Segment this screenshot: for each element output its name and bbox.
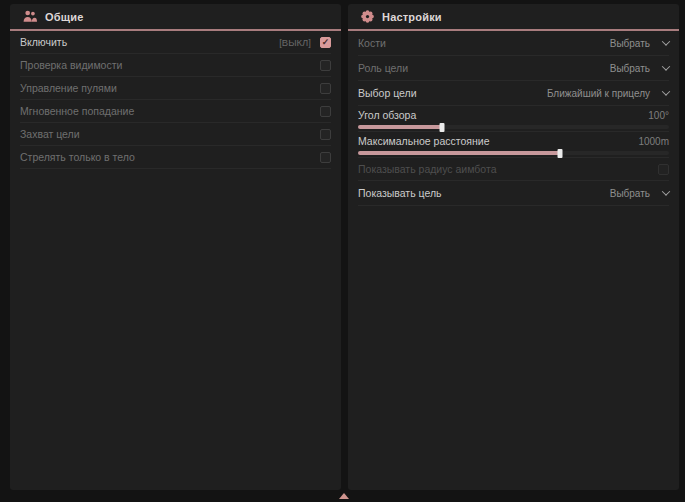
slider-handle[interactable] [439,123,444,132]
row-control [320,152,331,163]
checkbox[interactable]: ✓ [320,37,331,48]
checkbox[interactable] [320,106,331,117]
row-label: Показывать цель [358,187,442,199]
row-label: Максимальное расстояние [358,135,489,147]
row-label: Показывать радиус аимбота [358,163,497,175]
panel-title: Общие [45,11,84,23]
settings-row: Захват цели [20,123,331,146]
row-label: Захват цели [20,128,80,140]
checkbox[interactable] [658,164,669,175]
dropdown[interactable]: Выбрать [610,38,669,49]
row-label: Роль цели [358,62,408,74]
checkbox[interactable] [320,129,331,140]
row-label: Мгновенное попадание [20,105,134,117]
panel-general: Общие Включить[ВЫКЛ]✓Проверка видимостиУ… [10,4,341,490]
checkbox[interactable] [320,152,331,163]
row-control: Ближайший к прицелу [547,88,669,99]
row-label: Управление пулями [20,82,117,94]
row-label: Выбор цели [358,87,417,99]
settings-rows: КостиВыбратьРоль целиВыбратьВыбор целиБл… [348,31,679,206]
slider-track[interactable] [358,125,669,129]
row-control: Выбрать [610,38,669,49]
slider-fill [358,125,442,129]
row-control: Выбрать [610,188,669,199]
dropdown[interactable]: Выбрать [610,188,669,199]
row-control: Выбрать [610,63,669,74]
row-control [320,129,331,140]
slider-track[interactable] [358,151,669,155]
row-label: Угол обзора [358,109,416,121]
settings-row: Проверка видимости [20,54,331,77]
settings-row: Показывать радиус аимбота [358,158,669,181]
slider-fill [358,151,560,155]
settings-row: Стрелять только в тело [20,146,331,169]
checkbox[interactable] [320,60,331,71]
panel-title: Настройки [382,11,442,23]
settings-row: Мгновенное попадание [20,100,331,123]
slider-value: 1000m [638,136,669,147]
row-label: Кости [358,37,386,49]
slider-value: 100° [648,110,669,121]
row-control: [ВЫКЛ]✓ [279,37,331,48]
panel-general-header: Общие [10,4,341,31]
settings-row: Угол обзора100° [358,106,669,132]
settings-row: КостиВыбрать [358,31,669,56]
row-label: Включить [20,36,67,48]
checkmark-icon: ✓ [322,37,330,46]
chevron-down-icon [662,187,670,195]
row-control [320,106,331,117]
checkbox[interactable] [320,83,331,94]
collapse-arrow-up-icon[interactable] [339,493,349,499]
settings-row: Роль целиВыбрать [358,56,669,81]
row-label: Стрелять только в тело [20,151,135,163]
slider-label-row: Угол обзора100° [358,108,669,122]
panel-settings-header: Настройки [348,4,679,31]
panel-settings: Настройки КостиВыбратьРоль целиВыбратьВы… [348,4,679,490]
settings-row: Выбор целиБлижайший к прицелу [358,81,669,106]
dropdown-value: Выбрать [610,188,650,199]
gear-icon [361,10,374,23]
chevron-down-icon [662,87,670,95]
dropdown[interactable]: Выбрать [610,63,669,74]
dropdown-value: Выбрать [610,38,650,49]
dropdown[interactable]: Ближайший к прицелу [547,88,669,99]
chevron-down-icon [662,62,670,70]
row-control [320,60,331,71]
row-label: Проверка видимости [20,59,122,71]
dropdown-value: Ближайший к прицелу [547,88,650,99]
row-control [658,164,669,175]
general-rows: Включить[ВЫКЛ]✓Проверка видимостиУправле… [10,31,341,169]
users-icon [23,10,37,23]
slider-label-row: Максимальное расстояние1000m [358,134,669,148]
dropdown-value: Выбрать [610,63,650,74]
chevron-down-icon [662,37,670,45]
settings-row: Максимальное расстояние1000m [358,132,669,158]
row-control [320,83,331,94]
settings-row: Включить[ВЫКЛ]✓ [20,31,331,54]
state-suffix: [ВЫКЛ] [279,37,311,48]
slider-handle[interactable] [558,149,563,158]
settings-row: Управление пулями [20,77,331,100]
settings-row: Показывать цельВыбрать [358,181,669,206]
